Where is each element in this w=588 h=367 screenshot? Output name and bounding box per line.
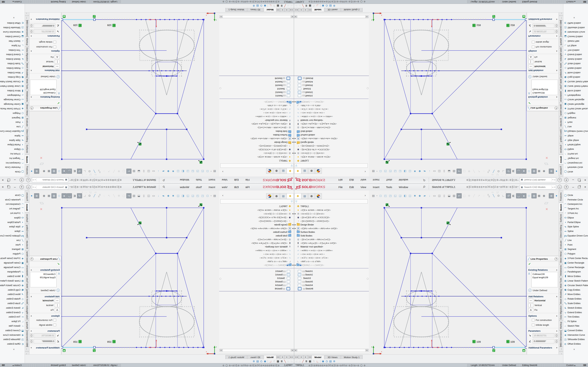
command-tab-markup[interactable]: Markup: [559, 320, 563, 330]
status-custom-[interactable]: Custom ▴: [7, 364, 28, 367]
view-toolbar-icon[interactable]: ∙: [39, 193, 42, 198]
tree-item-sketch5[interactable]: (-)Sketch5: [294, 280, 369, 284]
tool-center-rectangle[interactable]: ▣Center Rectangle: [0, 102, 25, 106]
motion-toolbar-icon[interactable]: ╱: [284, 360, 286, 363]
view-toolbar-icon[interactable]: ◌: [481, 193, 486, 198]
view-toolbar-icon[interactable]: ◳: [388, 193, 393, 198]
tool-tangent-arc[interactable]: ⌒Tangent Arc: [563, 156, 588, 161]
motion-toolbar-icon[interactable]: ◉: [322, 4, 324, 7]
overflow-chevron-icon[interactable]: »: [573, 17, 576, 18]
view-toolbar-icon[interactable]: ⊕: [467, 169, 471, 174]
tool-line[interactable]: ╱Line: [563, 125, 588, 129]
checkbox-icon[interactable]: [532, 41, 535, 43]
tab-featuremanager-tree[interactable]: ❖: [294, 168, 301, 174]
search-box[interactable]: ▣ ⌕ ▾: [32, 178, 68, 182]
view-toolbar-icon[interactable]: ▢: [462, 169, 467, 174]
view-toolbar-icon[interactable]: ◧: [403, 169, 407, 174]
command-tab-mold-tools[interactable]: Mold Tools: [25, 78, 29, 90]
command-tab-sketch[interactable]: Sketch: [559, 155, 563, 165]
tool-circle[interactable]: ◯Circle: [563, 193, 588, 198]
command-tab-direct-editing[interactable]: Direct Editing: [559, 128, 563, 143]
section-add-relations[interactable]: Add Relations∧: [527, 294, 559, 298]
tool-sketch-fillet[interactable]: ⌐Sketch Fillet: [563, 39, 588, 43]
add-relation-vertical[interactable]: │Vertical: [29, 59, 61, 64]
pane-splitter[interactable]: [219, 291, 294, 292]
option-infinite-length[interactable]: Infinite length: [527, 322, 559, 327]
command-tab-data-migration[interactable]: Data Migration: [25, 305, 29, 320]
search-dropdown-icon[interactable]: ▾: [554, 179, 556, 181]
command-tab-mbd-dimensions[interactable]: MBD Dimensions: [559, 331, 563, 347]
command-tab-sketch[interactable]: Sketch: [559, 202, 563, 212]
tool-extend-entities[interactable]: ┬Extend Entities: [0, 52, 25, 57]
search-input[interactable]: [37, 178, 64, 181]
tree-item[interactable]: Solid Bodies: [294, 130, 369, 133]
relation-item[interactable]: Equal length109: [31, 276, 55, 279]
view-toolbar-icon[interactable]: ∟: [82, 169, 87, 174]
relation-item[interactable]: Equal length109: [31, 88, 55, 91]
menu-edit[interactable]: Edit: [349, 185, 355, 189]
overflow-chevron-icon[interactable]: »: [12, 17, 15, 18]
tool-circular-sketch-pattern[interactable]: ⊛Circular Sketch Pattern: [0, 283, 25, 288]
tool-silhouette-entities[interactable]: ◳Silhouette Entities: [0, 25, 25, 30]
command-tab--[interactable]: ...: [559, 16, 563, 20]
view-toolbar-icon[interactable]: ◳: [388, 169, 393, 174]
motion-toolbar-icon[interactable]: ⇅: [313, 4, 315, 7]
view-toolbar-icon[interactable]: ■: [171, 169, 175, 174]
expand-arrow-icon[interactable]: ▶: [292, 138, 294, 140]
tree-item[interactable]: ▱○∗ИИ⊙∙+○∗⊙|○◦○|⊙∗○+∙⊙ИИ∗○: [294, 115, 369, 118]
help-icon[interactable]: ?: [20, 185, 24, 189]
tool-extend-entities[interactable]: ┬Extend Entities: [563, 310, 588, 315]
tree-item[interactable]: ▱○∗ΞГɔ∙○∗⊙|○◦○|⊙∗○∙ɔГΞ∗○: [294, 108, 369, 111]
status-editing-sketch6[interactable]: Editing Sketch6: [48, 364, 69, 367]
option-for-construction[interactable]: For construction: [29, 317, 61, 322]
tree-item[interactable]: ▶○ƧƷƐИΑ⋂∙○◦○∙⋂ΑИƐƷƧ○: [219, 263, 294, 267]
tool-equation-driven-curve[interactable]: ƒxEquation Driven Curve: [0, 234, 25, 238]
doc-tab-3d-views[interactable]: 3D Views: [325, 8, 341, 12]
doc-tab-3d-views[interactable]: 3D Views: [247, 355, 263, 359]
view-toolbar-icon[interactable]: ◌: [102, 169, 107, 174]
tree-item-sketch2[interactable]: (-)Sketch2: [294, 91, 369, 94]
view-toolbar-icon[interactable]: ■: [413, 193, 417, 198]
command-tab-mesh-modeling[interactable]: Mesh Modeling: [559, 63, 563, 78]
tree-item[interactable]: ◔○ƷƧ⊙ƷƧИƐƧƷ○◦○ƧƐИƧƷ⊙ƧƷ○: [294, 219, 369, 223]
panel-header[interactable]: ╱ Line Properties ?: [29, 105, 61, 111]
tool-sketch-fillet[interactable]: ⌐Sketch Fillet: [0, 39, 25, 43]
tree-filter-input[interactable]: ▽: [220, 163, 294, 168]
angle-field[interactable]: 0.00000000°: [34, 339, 55, 343]
relation-item[interactable]: Collinear108: [533, 273, 557, 276]
status-custom-[interactable]: Custom ▴: [560, 364, 581, 367]
collapse-icon[interactable]: ∧: [556, 269, 558, 271]
pane-splitter[interactable]: [294, 75, 369, 76]
user-account-icon[interactable]: ☺: [26, 185, 30, 189]
pin-icon[interactable]: ⚲: [162, 178, 166, 182]
view-toolbar-icon[interactable]: ⊛: [34, 169, 39, 174]
collapse-icon[interactable]: ∧: [30, 330, 32, 332]
tab-display-manager[interactable]: [315, 193, 322, 199]
doc-tab-model[interactable]: Model: [264, 355, 277, 359]
view-toolbar-icon[interactable]: ◡: [516, 169, 521, 174]
tool-3-point-arc[interactable]: ◜3 Point Arc: [0, 151, 25, 156]
motion-toolbar-icon[interactable]: ▦: [309, 360, 311, 363]
minimize-button[interactable]: –: [571, 185, 575, 189]
tool-ellipse[interactable]: ⬭Ellipse: [0, 216, 25, 220]
section-parameters[interactable]: Parameters∧: [29, 329, 61, 333]
tool-fit-spline[interactable]: ∟Fit Spline: [0, 319, 25, 324]
tool-parallelogram[interactable]: ▱Parallelogram: [563, 93, 588, 98]
tool-point[interactable]: ▪Point: [563, 242, 588, 247]
tree-item[interactable]: ◔○ƷƧ⊙ƷƧИƐƧƷ○◦○ƧƐИƧƷ⊙ƧƷ○: [219, 144, 294, 148]
collapse-icon[interactable]: ∧: [556, 50, 558, 52]
motion-toolbar-icon[interactable]: ▦: [309, 4, 311, 7]
menu-edit[interactable]: Edit: [233, 178, 239, 182]
view-toolbar-icon[interactable]: ▦: [537, 169, 541, 174]
scrollbar-track[interactable]: [297, 15, 365, 18]
collapse-icon[interactable]: ∧: [30, 69, 32, 72]
tool-convert-entities[interactable]: ⬓Convert Entities: [0, 328, 25, 333]
close-button[interactable]: ×: [583, 178, 588, 182]
view-toolbar-icon[interactable]: ▾: [210, 169, 212, 174]
command-tab-data-migration[interactable]: Data Migration: [559, 305, 563, 320]
tool-fit-spline[interactable]: ∟Fit Spline: [563, 319, 588, 324]
tool-perimeter-circle[interactable]: ◌Perimeter Circle: [563, 165, 588, 169]
tool-spline[interactable]: ∾Spline: [0, 229, 25, 234]
help-icon[interactable]: ?: [564, 185, 568, 189]
tool-style-spline[interactable]: ∿Style Spline: [563, 138, 588, 143]
